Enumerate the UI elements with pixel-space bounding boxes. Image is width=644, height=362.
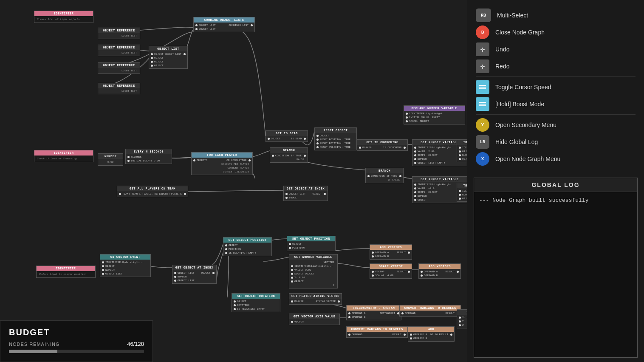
combine-object-lists-node[interactable]: COMBINE OBJECT LISTS OBJECT LISTCOMBINED… (193, 17, 255, 32)
identifier-node-2[interactable]: IDENTIFIER Check if Dead or Crouching (34, 150, 93, 162)
trigger-custom-event-2-node[interactable]: TRIGGER CUSTOM EVENT IDENTIFIER:UpdateLi… (457, 183, 467, 202)
redo-button[interactable]: ✛ (476, 59, 489, 73)
right-panel: RB Multi-Select B Close Node Graph ✛ Und… (467, 0, 644, 362)
graph-canvas[interactable]: IDENTIFIER Create list of light objects … (0, 0, 467, 362)
control-row-open-menu: X Open Node Graph Menu (476, 152, 636, 166)
set-obj-pos-1-header: SET OBJECT POSITION (223, 238, 271, 243)
global-log-content: --- Node Graph built successfully (474, 192, 637, 209)
add-node[interactable]: ADD OPERAND A: 90.00RESULT OPERAND B (408, 326, 455, 342)
divider1 (476, 76, 636, 77)
identifier-node-1[interactable]: IDENTIFIER Create list of light objects (34, 11, 93, 23)
on-custom-event-node[interactable]: ON CUSTOM EVENT IDENTIFIER:UpdateLight..… (100, 254, 151, 277)
control-row-redo: ✛ Redo (476, 59, 636, 73)
declare-num-var-node[interactable]: DECLARE NUMBER VARIABLE IDENTIFIER:Light… (404, 105, 465, 124)
scale-vector-header: SCALE VECTOR (370, 264, 412, 269)
get-num-var-node[interactable]: GET NUMBER VARIABLE VECTOR3 IDENTIFIER:L… (289, 254, 338, 288)
identifier-node-1-header: IDENTIFIER (34, 11, 93, 16)
redo-label: Redo (495, 63, 509, 70)
get-all-players-body: TEAM: TEAM 1 (EAGLE, DEFENDERS)PLAYERS (117, 191, 188, 197)
svg-rect-5 (479, 105, 486, 106)
boost-mode-button[interactable] (476, 97, 489, 111)
svg-rect-0 (479, 85, 486, 86)
set-obj-pos-2-body: OBJECT POSITION (287, 241, 335, 251)
obj-ref-1-node[interactable]: OBJECT REFERENCE LIGHT TEST (98, 28, 140, 39)
set-obj-pos-2-header: SET OBJECT POSITION (287, 236, 335, 241)
set-obj-rotation-header: SET OBJECT ROTATION (232, 294, 280, 299)
get-vec-axis-node[interactable]: GET VECTOR AXIS VALUE VECTOR (289, 314, 340, 325)
y-button[interactable]: Y (476, 118, 489, 132)
add-node-header: ADD (408, 327, 454, 332)
toggle-cursor-button[interactable] (476, 80, 489, 94)
set-obj-rotation-body: OBJECT ROTATION IS RELATIVE: EMPTY (232, 299, 280, 312)
identifier-node-3-body: Update light to player position (37, 271, 95, 277)
scale-vector-node[interactable]: SCALE VECTOR VECTORRESULT SCALAR: 4.00 (370, 263, 412, 279)
obj-ref-2-body: LIGHT TEST (98, 50, 140, 56)
declare-num-var-header: DECLARE NUMBER VARIABLE (404, 106, 465, 111)
object-list-node[interactable]: OBJECT LIST OBJECTOBJECT LIST OBJECT OBJ… (149, 46, 188, 69)
get-player-aiming-body: PLAYERAIMING VECTOR (289, 299, 342, 304)
divider2 (476, 114, 636, 115)
get-obj-at-index-node[interactable]: GET OBJECT AT INDEX OBJECT LISTOBJECT IN… (283, 186, 328, 201)
lb-button[interactable]: LB (476, 135, 489, 149)
number-node[interactable]: NUMBER 0.00 (98, 153, 123, 166)
get-is-crouching-body: PLAYERIS CROUCHING (357, 145, 407, 150)
every-n-seconds-body: SECONDS INITIAL DELAY: 0.00 (126, 154, 172, 164)
branch-1-body: CONDITIONIF TRUE FALSE (270, 153, 308, 162)
get-obj-at-index-header: GET OBJECT AT INDEX (284, 186, 328, 191)
trig-arctan-node[interactable]: TRIGONOMETRY - ARCTAN OPERAND AARCTANGEN… (346, 305, 401, 320)
vector3-header: VECTOR3 (457, 310, 467, 315)
set-num-var-2-header: SET NUMBER VARIABLE (412, 177, 467, 182)
every-n-seconds-node[interactable]: EVERY N SECONDS SECONDS INITIAL DELAY: 0… (125, 149, 172, 164)
undo-button[interactable]: ✛ (476, 42, 489, 56)
rb-button[interactable]: RB (476, 8, 491, 22)
vector3-node[interactable]: VECTOR3 X: 0.00 Y Z (457, 309, 467, 328)
budget-nodes-label: NODES REMAINING (9, 342, 60, 347)
b-button[interactable]: B (476, 25, 489, 39)
get-all-players-node[interactable]: GET ALL PLAYERS ON TEAM TEAM: TEAM 1 (EA… (117, 186, 188, 197)
set-obj-pos-1-node[interactable]: SET OBJECT POSITION OBJECT POSITION IS R… (223, 237, 272, 256)
budget-value: 46/128 (127, 341, 144, 347)
on-custom-event-header: ON CUSTOM EVENT (100, 255, 150, 260)
number-node-header: NUMBER (98, 154, 123, 159)
trig-arctan-body: OPERAND AARCTANGENT OPERAND B (347, 311, 401, 320)
identifier-node-3[interactable]: IDENTIFIER Update light to player positi… (36, 266, 96, 278)
identifier-node-2-body: Check if Dead or Crouching (34, 156, 93, 162)
obj-ref-1-body: LIGHT TEST (98, 33, 140, 39)
obj-ref-4-node[interactable]: OBJECT REFERENCE LIGHT TEST (98, 83, 140, 94)
vector3-body: X: 0.00 Y Z (457, 315, 467, 328)
budget-bar (9, 350, 57, 353)
for-each-player-body: OBJECTSON COMPLETION EXECUTE PER PLAYER … (192, 158, 252, 175)
get-is-crouching-node[interactable]: GET IS CROUCHING PLAYERIS CROUCHING (357, 139, 408, 151)
obj-ref-4-header: OBJECT REFERENCE (98, 83, 140, 88)
for-each-player-node[interactable]: FOR EACH PLAYER OBJECTSON COMPLETION EXE… (191, 152, 253, 175)
branch-1-node[interactable]: BRANCH CONDITIONIF TRUE FALSE (270, 147, 308, 163)
get-obj-at-index-2-node[interactable]: GET OBJECT AT INDEX OBJECT LISTOBJECT NU… (172, 265, 217, 284)
identifier-node-2-header: IDENTIFIER (34, 150, 93, 156)
reset-object-node[interactable]: RESET OBJECT OBJECT RESET POSITION: TRUE… (314, 127, 357, 150)
multiselect-label: Multi-Select (497, 12, 528, 19)
get-player-aiming-node[interactable]: GET PLAYER AIMING VECTOR PLAYERAIMING VE… (289, 293, 342, 305)
conv-rad-deg-2-node[interactable]: CONVERT RADIANS TO DEGREES OPERANDRESULT (346, 326, 408, 338)
add-vectors-1-node[interactable]: ADD VECTORS OPERAND ARESULT OPERAND B (370, 244, 412, 260)
add-node-body: OPERAND A: 90.00RESULT OPERAND B (408, 332, 454, 341)
add-vectors-2-header: ADD VECTORS (419, 264, 460, 269)
add-vectors-2-node[interactable]: ADD VECTORS OPERAND ARESULT OPERAND B (418, 263, 461, 279)
obj-ref-3-body: LIGHT TEST (98, 68, 140, 74)
conv-rad-deg-2-body: OPERANDRESULT (347, 332, 407, 337)
conv-rad-deg-1-header: CONVERT RADIANS TO DEGREES (400, 305, 460, 311)
branch-2-node[interactable]: BRANCH CONDITIONIF TRUE IF FALSE (365, 168, 404, 183)
control-row-toggle-cursor: Toggle Cursor Speed (476, 80, 636, 94)
get-num-var-header: GET NUMBER VARIABLE (289, 255, 337, 260)
get-is-dead-node[interactable]: GET IS DEAD OBJECTIS DEAD (266, 130, 308, 142)
trigger-custom-event-2-body: IDENTIFIER:UpdateLight NUMBER OBJECT LIS… (457, 188, 467, 201)
obj-ref-2-node[interactable]: OBJECT REFERENCE LIGHT TEST (98, 45, 140, 56)
x-button[interactable]: X (476, 152, 489, 166)
budget-bar-container (9, 350, 144, 353)
control-row-boost: [Hold] Boost Mode (476, 97, 636, 111)
set-obj-rotation-node[interactable]: SET OBJECT ROTATION OBJECT ROTATION IS R… (232, 293, 280, 312)
obj-ref-3-node[interactable]: OBJECT REFERENCE LIGHT TEST (98, 62, 140, 74)
control-row-multiselect: RB Multi-Select (476, 8, 636, 22)
set-obj-pos-2-node[interactable]: SET OBJECT POSITION OBJECT POSITION (287, 236, 336, 251)
conv-rad-deg-1-node[interactable]: CONVERT RADIANS TO DEGREES OPERANDRESULT (399, 305, 461, 317)
trigger-custom-event-1-node[interactable]: TRIGGER CUSTOM EVENT IDENTIFIER:UpdateLi… (457, 139, 467, 162)
